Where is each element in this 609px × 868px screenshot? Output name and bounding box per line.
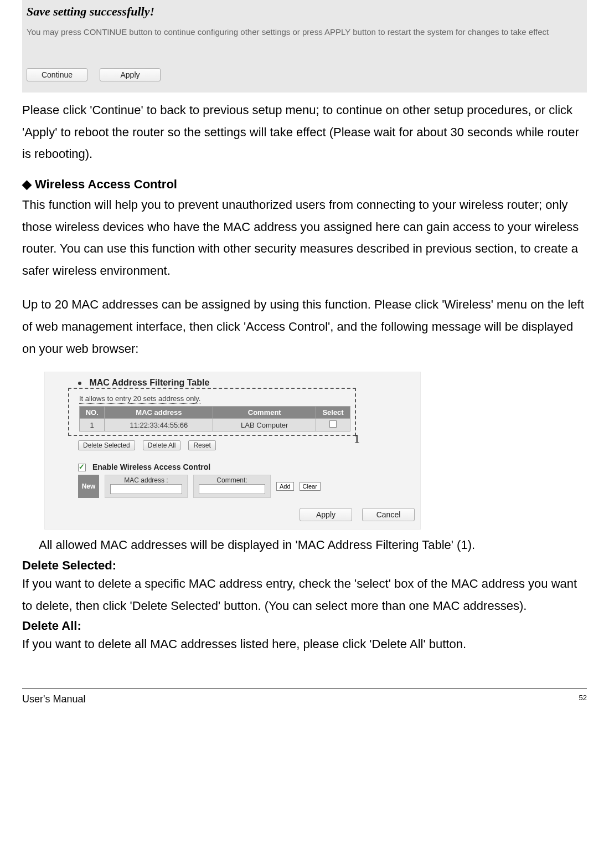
new-entry-row: New MAC address : Comment: Add Clear [78,475,415,498]
delete-selected-heading: Delete Selected: [22,558,587,573]
enable-label: Enable Wireless Access Control [92,463,210,471]
section-heading-text: Wireless Access Control [35,177,177,192]
mac-filter-panel: MAC Address Filtering Table It allows to… [44,372,421,530]
save-button-row: Continue Apply [27,68,582,81]
bullet-icon [78,382,81,385]
mac-filter-title-row: MAC Address Filtering Table [78,378,415,388]
apply-button-2[interactable]: Apply [300,508,352,521]
comment-input-label: Comment: [197,476,267,484]
comment-input-block: Comment: [193,475,271,498]
enable-checkbox[interactable] [78,464,86,471]
comment-input[interactable] [199,484,265,494]
cancel-button[interactable]: Cancel [362,508,415,521]
apply-button[interactable]: Apply [100,68,161,81]
paragraph-delete-all: If you want to delete all MAC addresses … [22,633,587,655]
mac-input-label: MAC address : [109,476,184,484]
select-checkbox[interactable] [329,420,337,428]
col-no: NO. [80,407,105,419]
callout-1: 1 [354,432,360,446]
footer-page: 52 [579,694,587,705]
apply-cancel-row: Apply Cancel [78,508,415,521]
cell-mac: 11:22:33:44:55:66 [105,419,213,432]
save-description: You may press CONTINUE button to continu… [27,27,582,38]
paragraph-displayed: All allowed MAC addresses will be displa… [39,534,587,556]
cell-no: 1 [80,419,105,432]
col-select: Select [316,407,350,419]
delete-selected-button[interactable]: Delete Selected [78,440,135,450]
section-heading: ◆ Wireless Access Control [22,177,587,192]
add-button[interactable]: Add [276,482,294,491]
table-header-row: NO. MAC address Comment Select [80,407,350,419]
clear-button[interactable]: Clear [300,482,321,491]
table-row: 1 11:22:33:44:55:66 LAB Computer [80,419,350,432]
paragraph-delete-selected: If you want to delete a specific MAC add… [22,573,587,617]
save-setting-panel: Save setting successfully! You may press… [22,0,587,93]
dashed-frame: It allows to entry 20 sets address only.… [68,388,356,436]
delete-all-heading: Delete All: [22,619,587,633]
page-footer: User's Manual 52 [22,689,587,705]
paragraph-function: This function will help you to prevent u… [22,194,587,281]
mac-filter-title: MAC Address Filtering Table [89,378,209,387]
reset-button[interactable]: Reset [188,440,215,450]
save-title: Save setting successfully! [27,4,582,19]
col-comment: Comment [213,407,316,419]
continue-button[interactable]: Continue [27,68,87,81]
table-button-row: Delete Selected Delete All Reset [78,440,415,450]
cell-select [316,419,350,432]
mac-filter-subtitle: It allows to entry 20 sets address only. [79,394,355,403]
paragraph-continue-apply: Please click 'Continue' to back to previ… [22,99,587,165]
mac-filter-table: NO. MAC address Comment Select 1 11:22:3… [79,406,350,432]
col-mac: MAC address [105,407,213,419]
cell-comment: LAB Computer [213,419,316,432]
footer-manual: User's Manual [22,694,85,705]
mac-filter-figure: MAC Address Filtering Table It allows to… [44,372,432,530]
mac-input[interactable] [110,484,182,494]
diamond-icon: ◆ [22,177,32,192]
enable-row: Enable Wireless Access Control [78,463,415,471]
paragraph-up-to-20: Up to 20 MAC addresses can be assigned b… [22,294,587,359]
mac-input-block: MAC address : [105,475,188,498]
new-badge: New [78,475,99,498]
delete-all-button[interactable]: Delete All [143,440,181,450]
